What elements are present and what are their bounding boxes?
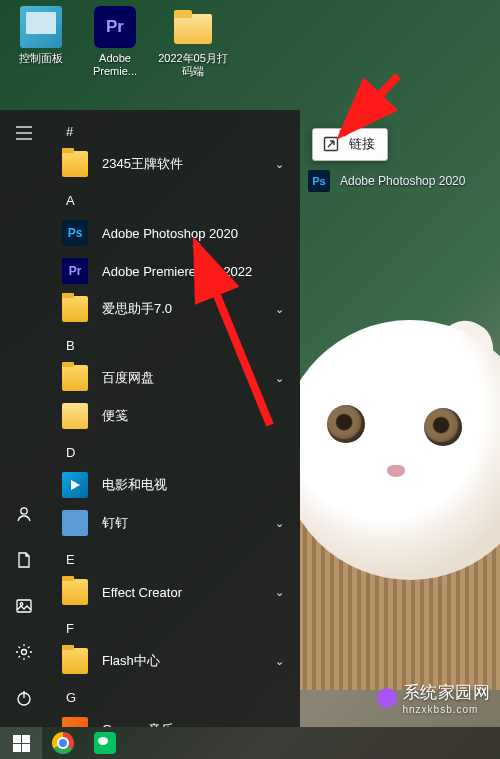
control-panel-icon <box>20 6 62 48</box>
letter-header[interactable]: B <box>48 328 300 359</box>
note-icon <box>62 403 88 429</box>
desktop: 控制面板 Pr Adobe Premie... 2022年05月打码端 <box>0 0 500 110</box>
chevron-down-icon: ⌄ <box>271 158 288 171</box>
letter-header[interactable]: G <box>48 680 300 711</box>
app-label: 百度网盘 <box>102 369 271 387</box>
folder-icon <box>62 151 88 177</box>
icon-label: 2022年05月打码端 <box>158 52 228 78</box>
app-label: 便笺 <box>102 407 288 425</box>
watermark-logo-icon <box>377 688 397 708</box>
app-item[interactable]: Effect Creator⌄ <box>48 573 300 611</box>
svg-point-3 <box>21 508 27 514</box>
wallpaper-cat <box>300 260 500 690</box>
groove-icon <box>62 717 88 727</box>
windows-logo-icon <box>13 735 30 752</box>
letter-header[interactable]: F <box>48 611 300 642</box>
watermark-brand: 系统家园网 <box>403 683 491 702</box>
letter-header[interactable]: A <box>48 183 300 214</box>
chevron-down-icon: ⌄ <box>271 586 288 599</box>
letter-header[interactable]: # <box>48 114 300 145</box>
chevron-down-icon: ⌄ <box>271 303 288 316</box>
app-label: Flash中心 <box>102 652 271 670</box>
desktop-icon-control-panel[interactable]: 控制面板 <box>6 6 76 65</box>
pictures-button[interactable] <box>0 583 48 629</box>
app-item[interactable]: 2345王牌软件⌄ <box>48 145 300 183</box>
drag-ghost: Ps Adobe Photoshop 2020 <box>308 170 465 192</box>
start-menu: # 2345王牌软件⌄APsAdobe Photoshop 2020PrAdob… <box>0 110 300 727</box>
folder-icon <box>62 579 88 605</box>
app-label: Adobe Premiere Pro 2022 <box>102 264 288 279</box>
apps-list[interactable]: # 2345王牌软件⌄APsAdobe Photoshop 2020PrAdob… <box>48 110 300 727</box>
app-label: 电影和电视 <box>102 476 288 494</box>
start-button[interactable] <box>0 727 42 759</box>
chrome-icon <box>52 732 74 754</box>
documents-button[interactable] <box>0 537 48 583</box>
app-item[interactable]: 电影和电视 <box>48 466 300 504</box>
app-label: 爱思助手7.0 <box>102 300 271 318</box>
chevron-down-icon: ⌄ <box>271 655 288 668</box>
hamburger-button[interactable] <box>0 110 48 156</box>
chevron-down-icon: ⌄ <box>271 517 288 530</box>
start-rail <box>0 110 48 727</box>
premiere-icon: Pr <box>94 6 136 48</box>
pr-icon: Pr <box>62 258 88 284</box>
desktop-icon-folder[interactable]: 2022年05月打码端 <box>158 6 228 78</box>
app-label: 钉钉 <box>102 514 271 532</box>
desktop-icon-premiere[interactable]: Pr Adobe Premie... <box>80 6 150 78</box>
watermark-url: hnzxkbsb.com <box>403 704 491 715</box>
tv-icon <box>62 472 88 498</box>
icon-label: 控制面板 <box>6 52 76 65</box>
app-item[interactable]: 钉钉⌄ <box>48 504 300 542</box>
watermark: 系统家园网 hnzxkbsb.com <box>377 681 491 715</box>
letter-header[interactable]: E <box>48 542 300 573</box>
icon-label: Adobe Premie... <box>80 52 150 78</box>
folder-icon <box>62 648 88 674</box>
app-item[interactable]: 百度网盘⌄ <box>48 359 300 397</box>
app-label: Effect Creator <box>102 585 271 600</box>
taskbar-chrome[interactable] <box>42 727 84 759</box>
app-item[interactable]: PsAdobe Photoshop 2020 <box>48 214 300 252</box>
power-button[interactable] <box>0 675 48 721</box>
app-item[interactable]: PrAdobe Premiere Pro 2022 <box>48 252 300 290</box>
user-account-button[interactable] <box>0 491 48 537</box>
app-label: 2345王牌软件 <box>102 155 271 173</box>
folder-icon <box>62 365 88 391</box>
chevron-down-icon: ⌄ <box>271 372 288 385</box>
ding-icon <box>62 510 88 536</box>
letter-header[interactable]: D <box>48 435 300 466</box>
link-tooltip: 链接 <box>312 128 388 161</box>
ps-icon: Ps <box>62 220 88 246</box>
app-label: Adobe Photoshop 2020 <box>102 226 288 241</box>
app-item[interactable]: Groove 音乐 <box>48 711 300 727</box>
tooltip-label: 链接 <box>349 135 375 153</box>
svg-rect-4 <box>17 600 31 612</box>
drag-label: Adobe Photoshop 2020 <box>340 174 465 188</box>
svg-point-6 <box>22 650 27 655</box>
settings-button[interactable] <box>0 629 48 675</box>
taskbar-wechat[interactable] <box>84 727 126 759</box>
taskbar <box>0 727 500 759</box>
photoshop-icon: Ps <box>308 170 330 192</box>
app-item[interactable]: Flash中心⌄ <box>48 642 300 680</box>
app-item[interactable]: 爱思助手7.0⌄ <box>48 290 300 328</box>
wechat-icon <box>94 732 116 754</box>
app-item[interactable]: 便笺 <box>48 397 300 435</box>
folder-icon <box>62 296 88 322</box>
svg-point-5 <box>20 603 23 606</box>
shortcut-icon <box>323 136 339 152</box>
folder-icon <box>172 6 214 48</box>
